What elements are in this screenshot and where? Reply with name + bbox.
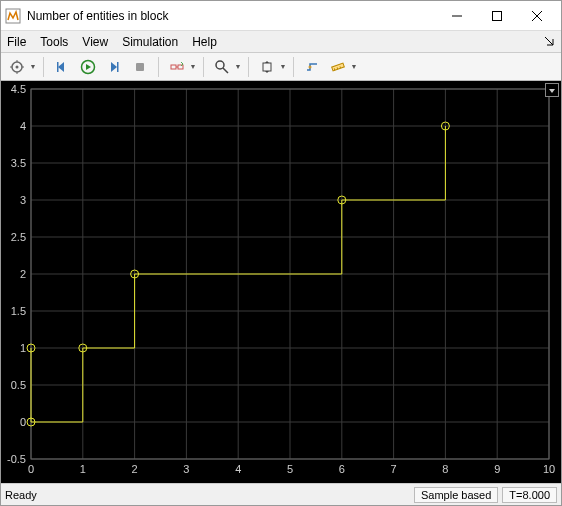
step-forward-button[interactable] xyxy=(102,56,126,78)
svg-rect-15 xyxy=(171,65,176,69)
legend-toggle-icon[interactable] xyxy=(545,83,559,97)
separator xyxy=(203,57,204,77)
svg-text:1: 1 xyxy=(20,342,26,354)
menu-file[interactable]: File xyxy=(7,35,26,49)
svg-line-25 xyxy=(340,66,341,68)
separator xyxy=(43,57,44,77)
autoscale-button[interactable] xyxy=(255,56,279,78)
toolbar: ▼ ▼ ▼ ▼ ▼ xyxy=(1,53,561,81)
svg-text:0.5: 0.5 xyxy=(11,379,26,391)
svg-text:2: 2 xyxy=(20,268,26,280)
svg-line-19 xyxy=(223,68,228,73)
plot-area[interactable]: 012345678910-0.500.511.522.533.544.5 xyxy=(1,81,561,483)
svg-point-18 xyxy=(216,61,224,69)
svg-rect-0 xyxy=(6,9,20,23)
svg-point-6 xyxy=(16,65,19,68)
svg-rect-20 xyxy=(263,63,271,71)
chart: 012345678910-0.500.511.522.533.544.5 xyxy=(1,81,561,483)
svg-text:4: 4 xyxy=(20,120,26,132)
svg-rect-11 xyxy=(57,62,59,72)
menu-simulation[interactable]: Simulation xyxy=(122,35,178,49)
svg-text:1: 1 xyxy=(80,463,86,475)
svg-text:2.5: 2.5 xyxy=(11,231,26,243)
svg-rect-26 xyxy=(1,81,561,483)
svg-text:1.5: 1.5 xyxy=(11,305,26,317)
svg-text:6: 6 xyxy=(339,463,345,475)
svg-point-21 xyxy=(309,65,312,68)
svg-text:0: 0 xyxy=(20,416,26,428)
signal-dropdown[interactable]: ▼ xyxy=(189,63,197,70)
svg-text:3.5: 3.5 xyxy=(11,157,26,169)
svg-rect-16 xyxy=(178,65,183,69)
separator xyxy=(158,57,159,77)
svg-line-24 xyxy=(337,67,338,69)
configure-dropdown[interactable]: ▼ xyxy=(29,63,37,70)
svg-text:2: 2 xyxy=(132,463,138,475)
svg-text:0: 0 xyxy=(28,463,34,475)
svg-text:8: 8 xyxy=(442,463,448,475)
zoom-button[interactable] xyxy=(210,56,234,78)
app-icon xyxy=(5,8,21,24)
svg-rect-13 xyxy=(117,62,119,72)
svg-line-23 xyxy=(334,68,335,70)
triggers-button[interactable] xyxy=(300,56,324,78)
signal-button[interactable] xyxy=(165,56,189,78)
menu-view[interactable]: View xyxy=(82,35,108,49)
menubar: File Tools View Simulation Help xyxy=(1,31,561,53)
measurements-dropdown[interactable]: ▼ xyxy=(350,63,358,70)
svg-rect-14 xyxy=(136,63,144,71)
separator xyxy=(293,57,294,77)
svg-text:-0.5: -0.5 xyxy=(7,453,26,465)
window-title: Number of entities in block xyxy=(27,9,437,23)
zoom-dropdown[interactable]: ▼ xyxy=(234,63,242,70)
status-ready: Ready xyxy=(5,489,410,501)
svg-rect-22 xyxy=(332,63,345,71)
step-back-button[interactable] xyxy=(50,56,74,78)
svg-rect-2 xyxy=(493,11,502,20)
menu-tools[interactable]: Tools xyxy=(40,35,68,49)
statusbar: Ready Sample based T=8.000 xyxy=(1,483,561,505)
status-time: T=8.000 xyxy=(502,487,557,503)
window-controls xyxy=(437,2,557,30)
status-mode: Sample based xyxy=(414,487,498,503)
svg-text:4.5: 4.5 xyxy=(11,83,26,95)
configure-button[interactable] xyxy=(5,56,29,78)
titlebar: Number of entities in block xyxy=(1,1,561,31)
autoscale-dropdown[interactable]: ▼ xyxy=(279,63,287,70)
measurements-button[interactable] xyxy=(326,56,350,78)
svg-text:3: 3 xyxy=(183,463,189,475)
svg-text:10: 10 xyxy=(543,463,555,475)
close-button[interactable] xyxy=(517,2,557,30)
svg-text:4: 4 xyxy=(235,463,241,475)
stop-button[interactable] xyxy=(128,56,152,78)
menu-help[interactable]: Help xyxy=(192,35,217,49)
separator xyxy=(248,57,249,77)
maximize-button[interactable] xyxy=(477,2,517,30)
svg-text:9: 9 xyxy=(494,463,500,475)
minimize-button[interactable] xyxy=(437,2,477,30)
svg-text:7: 7 xyxy=(391,463,397,475)
dock-icon[interactable] xyxy=(543,35,555,47)
svg-text:3: 3 xyxy=(20,194,26,206)
svg-text:5: 5 xyxy=(287,463,293,475)
run-button[interactable] xyxy=(76,56,100,78)
